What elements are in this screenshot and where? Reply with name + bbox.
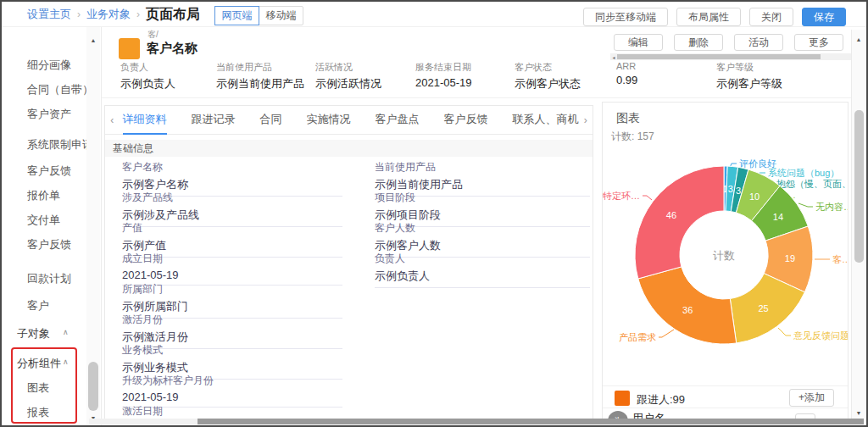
app-window: 设置主页 › 业务对象 › 页面布局 网页端 移动端 同步至移动端 布局属性 关… <box>0 0 868 427</box>
field-value: 示例活跃情况 <box>315 76 381 92</box>
tab-contacts-opportunities[interactable]: 联系人、商机 <box>513 106 579 135</box>
sidebar-section-analysis-components[interactable]: 分析组件 <box>17 356 61 371</box>
toggle-web[interactable]: 网页端 <box>214 6 259 25</box>
follow-up-label: 跟进人:99 <box>637 392 685 408</box>
save-button[interactable]: 保存 <box>802 8 846 26</box>
field-label: 产值 <box>122 221 342 236</box>
segment-value: 3 <box>736 186 741 196</box>
sidebar-item-payment-plan[interactable]: 回款计划 <box>27 271 71 286</box>
tabs-scroll-left-icon[interactable]: ‹ <box>105 114 120 126</box>
sidebar-item-customer-feedback-2[interactable]: 客户反馈 <box>27 237 71 252</box>
scroll-up-icon[interactable]: ▲ <box>852 33 865 45</box>
tab-detail[interactable]: 详细资料 <box>123 106 167 135</box>
tab-customer-feedback[interactable]: 客户反馈 <box>444 106 488 135</box>
segment-label: 无内容… <box>815 202 849 212</box>
sidebar-item-contract-builtin[interactable]: 合同（自带） <box>27 82 93 97</box>
donut-center-label: 计数 <box>713 249 735 262</box>
follow-up-row: 跟进人:99 +添加 <box>603 385 848 408</box>
header-field-activity[interactable]: 活跃情况 示例活跃情况 <box>315 61 381 92</box>
detail-card: ‹ 详细资料 跟进记录 合同 实施情况 客户盘点 客户反馈 联系人、商机 › 基… <box>104 105 593 423</box>
record-header: 客/ 客户名称 负责人 示例负责人 当前使用产品 示例当前使用产品 活跃情况 示… <box>102 27 851 98</box>
actions-scroll-thumb[interactable] <box>617 54 821 59</box>
donut-chart[interactable]: 1评价良好3系统问题（bug）3抱怨（慢、页面、…10…14无内容…19客…25… <box>603 142 849 378</box>
field-label: 升级为标杆客户月份 <box>122 374 342 388</box>
view-toggle: 网页端 移动端 <box>214 6 303 25</box>
vertical-scroll-thumb[interactable] <box>854 110 864 263</box>
label-leader-line <box>643 196 652 200</box>
more-button[interactable]: 更多 <box>794 34 843 51</box>
field-label: 服务结束日期 <box>415 61 472 74</box>
field-value: 示例负责人 <box>375 269 590 284</box>
activity-button[interactable]: 活动 <box>734 34 783 51</box>
donut-segment[interactable] <box>635 166 724 279</box>
page-vertical-scrollbar[interactable]: ▲ ▼ <box>851 30 865 420</box>
tab-customer-review[interactable]: 客户盘点 <box>376 106 420 135</box>
page-title: 页面布局 <box>146 6 200 24</box>
tabs-scroll-right-icon[interactable]: › <box>579 114 593 126</box>
chevron-up-icon[interactable]: ∧ <box>63 358 69 366</box>
toggle-mobile[interactable]: 移动端 <box>259 6 303 25</box>
sidebar-item-customer[interactable]: 客户 <box>27 298 49 313</box>
header-field-owner[interactable]: 负责人 示例负责人 <box>120 61 175 92</box>
add-button[interactable]: +添加 <box>789 389 834 407</box>
page-horizontal-scrollbar[interactable] <box>89 419 864 424</box>
layout-properties-button[interactable]: 布局属性 <box>676 8 741 26</box>
close-button[interactable]: 关闭 <box>749 8 793 26</box>
header-field-service-end-date[interactable]: 服务结束日期 2021-05-19 <box>415 61 472 89</box>
header-field-arr[interactable]: ARR 0.99 <box>616 61 637 86</box>
field-value: 示例负责人 <box>120 76 175 92</box>
scroll-left-icon[interactable]: ◂ <box>610 53 617 60</box>
field-label: 客户名称 <box>122 160 342 175</box>
field-label: 成立日期 <box>122 252 342 266</box>
sidebar-item-delivery[interactable]: 交付单 <box>27 213 60 228</box>
segment-label: 系统问题（bug） <box>768 168 839 178</box>
segment-value: 25 <box>758 303 768 313</box>
header-field-current-product[interactable]: 当前使用产品 示例当前使用产品 <box>216 61 304 92</box>
horizontal-scroll-thumb[interactable] <box>198 419 864 424</box>
sidebar-item-customer-feedback[interactable]: 客户反馈 <box>27 164 71 179</box>
chevron-up-icon[interactable]: ∧ <box>63 328 69 336</box>
field-founded-date[interactable]: 成立日期2021-05-19 <box>122 252 342 286</box>
tab-follow-records[interactable]: 跟进记录 <box>192 106 236 135</box>
field-label: 项目阶段 <box>375 191 590 205</box>
tab-implementation[interactable]: 实施情况 <box>307 106 351 135</box>
header-field-customer-level[interactable]: 客户等级 示例客户等级 <box>716 61 782 92</box>
section-title-basic-info: 基础信息 <box>105 140 593 157</box>
field-value: 示例客户状态 <box>515 76 581 92</box>
header-field-customer-status[interactable]: 客户状态 示例客户状态 <box>515 61 581 92</box>
chart-title: 图表 <box>616 111 640 126</box>
field-owner[interactable]: 负责人示例负责人 <box>375 252 590 288</box>
field-value: 2021-05-19 <box>122 269 342 281</box>
sidebar-item-chart[interactable]: 图表 <box>27 380 49 396</box>
field-label: 激活月份 <box>122 313 342 327</box>
tab-contract[interactable]: 合同 <box>260 106 282 135</box>
sidebar-item-customer-assets[interactable]: 客户资产 <box>27 107 71 122</box>
edit-button[interactable]: 编辑 <box>614 34 663 51</box>
record-avatar <box>119 38 140 59</box>
breadcrumb-home[interactable]: 设置主页 <box>27 7 71 22</box>
sidebar-section-child-objects[interactable]: 子对象 <box>17 326 50 341</box>
delete-button[interactable]: 删除 <box>674 34 723 51</box>
segment-value: 3 <box>728 184 733 194</box>
sidebar-item-segment-profile[interactable]: 细分画像 <box>27 58 71 73</box>
field-benchmark-month[interactable]: 升级为标杆客户月份2021-05-19 <box>122 374 342 408</box>
segment-value: 46 <box>666 210 676 220</box>
field-label: 负责人 <box>120 61 175 74</box>
sidebar-item-quotation[interactable]: 报价单 <box>27 188 60 203</box>
sidebar-scroll-thumb[interactable] <box>88 362 98 411</box>
segment-value: 19 <box>785 253 795 263</box>
segment-label: 产品需求 <box>619 332 656 342</box>
breadcrumb-separator: › <box>77 8 81 20</box>
sync-to-mobile-button[interactable]: 同步至移动端 <box>583 8 668 26</box>
sidebar-item-report[interactable]: 报表 <box>27 405 49 420</box>
scroll-down-icon[interactable]: ▼ <box>852 407 865 419</box>
sidebar-scrollbar[interactable]: ▲ ▼ <box>86 27 100 425</box>
label-leader-line <box>798 203 813 207</box>
segment-label: 客… <box>832 254 849 264</box>
scroll-up-icon[interactable]: ▲ <box>86 34 100 46</box>
segment-label: 意见反馈问题 <box>793 330 849 341</box>
breadcrumb-business-object[interactable]: 业务对象 <box>86 7 131 22</box>
field-value: 示例客户等级 <box>716 76 782 92</box>
label-leader-line <box>778 328 791 336</box>
actions-scrollbar[interactable]: ◂ ▸ <box>610 53 851 60</box>
